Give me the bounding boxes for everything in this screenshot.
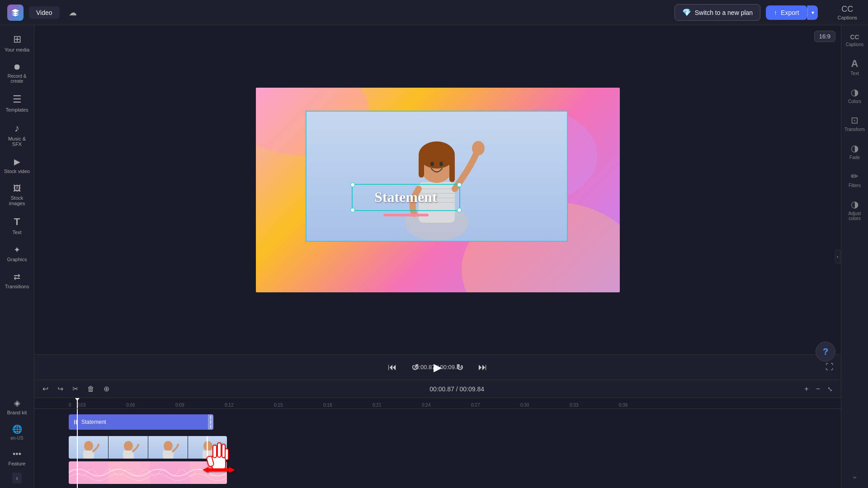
add-clip-button[interactable]: ⊕ (101, 383, 112, 395)
handle-bottom-left[interactable] (350, 208, 355, 212)
ruler-mark-030: 0:30 (520, 403, 570, 408)
feature-icon: ••• (13, 450, 21, 459)
sidebar-item-stock-video[interactable]: ▶ Stock video (1, 152, 33, 178)
right-tool-captions[interactable]: CC Captions (843, 29, 867, 52)
graphics-icon: ✦ (14, 245, 20, 255)
tab-cloud-icon[interactable]: ☁ (65, 6, 80, 19)
captions-button[interactable]: CC Captions (834, 3, 861, 22)
timeline-time-display: 00:00.87 / 00:09.84 (116, 385, 798, 393)
skip-to-start-button[interactable]: ⏮ (386, 360, 399, 374)
playback-controls: ⏮ ↺ ▶ ↻ ⏭ 00:00.87 / 00:09.84 ⛶ (34, 354, 841, 380)
switch-plan-button[interactable]: 💎 Switch to a new plan (675, 4, 760, 21)
language-icon: 🌐 (12, 424, 22, 434)
sidebar-item-transitions[interactable]: ⇄ Transitions (1, 267, 33, 294)
person-figure (364, 119, 509, 241)
sidebar-item-music-sfx[interactable]: ♪ Music & SFX (1, 118, 33, 151)
right-tool-colors[interactable]: ◑ Colors (843, 82, 867, 108)
statement-text-box[interactable]: Statement (352, 184, 460, 211)
sidebar-item-record-create[interactable]: ⏺ Record &create (1, 58, 33, 88)
ruler-mark-027: 0:27 (471, 403, 520, 408)
cut-button[interactable]: ✂ (70, 383, 81, 395)
inner-video-frame: Statement (306, 111, 568, 242)
sidebar-item-templates[interactable]: ☰ Templates (1, 89, 33, 117)
tab-video[interactable]: Video (29, 6, 60, 19)
right-sidebar-collapse-button[interactable]: ‹ (835, 250, 840, 263)
music-sfx-icon: ♪ (14, 122, 19, 134)
app-logo (7, 5, 24, 21)
sidebar-expand-button[interactable]: › (12, 473, 22, 483)
svg-rect-32 (109, 461, 149, 484)
handle-top-left[interactable] (350, 183, 355, 187)
left-sidebar: ⊞ Your media ⏺ Record &create ☰ Template… (0, 25, 34, 488)
timeline-zoom-controls: + − ⤡ (802, 384, 835, 394)
video-clip[interactable] (69, 436, 227, 459)
sidebar-item-your-media[interactable]: ⊞ Your media (1, 29, 33, 57)
ruler-mark-024: 0:24 (422, 403, 471, 408)
sidebar-item-text[interactable]: T Text (1, 211, 33, 239)
thumb-person-4 (188, 436, 227, 459)
zoom-in-button[interactable]: + (802, 384, 811, 394)
sidebar-item-label-templates: Templates (5, 107, 28, 113)
help-icon: ? (823, 347, 828, 357)
delete-button[interactable]: 🗑 (85, 383, 97, 395)
undo-button[interactable]: ↩ (40, 383, 51, 395)
sidebar-item-brand-kit[interactable]: ◈ Brand kit (1, 394, 33, 420)
export-button[interactable]: ↑ Export (766, 5, 807, 20)
svg-rect-34 (191, 461, 227, 484)
sidebar-item-language[interactable]: 🌐 en-US (1, 421, 33, 444)
help-button[interactable]: ? (816, 342, 835, 361)
handle-top-right[interactable] (457, 183, 462, 187)
video-thumb-3 (148, 436, 188, 459)
fullscreen-button[interactable]: ⛶ (826, 362, 834, 372)
music-clip[interactable] (69, 461, 227, 484)
sidebar-item-label-record-create: Record &create (8, 74, 27, 84)
transform-right-label: Transform (844, 127, 865, 132)
fade-right-icon: ◑ (851, 143, 859, 154)
statement-clip[interactable]: ⏸ Statement (69, 414, 213, 430)
your-media-icon: ⊞ (13, 33, 21, 45)
brand-kit-icon: ◈ (14, 398, 20, 408)
expand-timeline-button[interactable]: ⤡ (825, 385, 835, 394)
topbar: Video ☁ 💎 Switch to a new plan ↑ Export … (0, 0, 868, 25)
sidebar-item-feature[interactable]: ••• Feature (1, 445, 33, 471)
sidebar-item-label-stock-images: Stock images (3, 195, 31, 206)
sidebar-item-graphics[interactable]: ✦ Graphics (1, 240, 33, 267)
right-sidebar-more[interactable]: ⌄ (841, 467, 868, 484)
filters-right-icon: ✏ (851, 171, 859, 182)
export-dropdown-button[interactable]: ▾ (807, 5, 818, 20)
svg-point-12 (472, 141, 485, 155)
ruler-mark-015: 0:15 (274, 403, 323, 408)
sidebar-item-label-music-sfx: Music & SFX (3, 136, 31, 147)
thumb-person-1 (69, 436, 108, 459)
aspect-ratio-badge[interactable]: 16:9 (814, 31, 835, 42)
right-tool-filters[interactable]: ✏ Filters (843, 166, 867, 192)
wave-svg (69, 461, 227, 484)
adjust-colors-right-icon: ◑ (851, 199, 859, 210)
right-tool-text[interactable]: A Text (843, 53, 867, 80)
ruler-mark-018: 0:18 (323, 403, 373, 408)
sidebar-item-stock-images[interactable]: 🖼 Stock images (1, 179, 33, 211)
right-tool-fade[interactable]: ◑ Fade (843, 138, 867, 164)
zoom-out-button[interactable]: − (813, 384, 823, 394)
timeline-ruler: 0 0:03 0:06 0:09 0:12 0:15 0:18 0:21 0:2… (34, 398, 841, 409)
more-icon: ⌄ (851, 471, 858, 481)
right-tool-transform[interactable]: ⊡ Transform (843, 110, 867, 136)
redo-button[interactable]: ↪ (55, 383, 66, 395)
text-track-label-area (34, 411, 69, 435)
clip-handle-right[interactable] (208, 414, 213, 430)
ruler-mark-012: 0:12 (225, 403, 274, 408)
colors-right-icon: ◑ (851, 87, 859, 98)
colors-right-label: Colors (848, 99, 861, 104)
handle-bottom-right[interactable] (457, 208, 462, 212)
clip-pause-icon: ⏸ (72, 418, 79, 426)
sidebar-item-label-feature: Feature (9, 461, 26, 466)
svg-point-17 (164, 441, 173, 451)
canvas-area: 16:9 (34, 25, 841, 354)
sidebar-item-label-brand-kit: Brand kit (7, 410, 27, 415)
right-tool-adjust-colors[interactable]: ◑ Adjust colors (843, 194, 867, 225)
handle-dot-1 (210, 416, 211, 419)
svg-point-13 (84, 441, 93, 451)
skip-to-end-button[interactable]: ⏭ (476, 360, 489, 374)
main-layout: ⊞ Your media ⏺ Record &create ☰ Template… (0, 25, 868, 488)
center-area: 16:9 (34, 25, 841, 488)
